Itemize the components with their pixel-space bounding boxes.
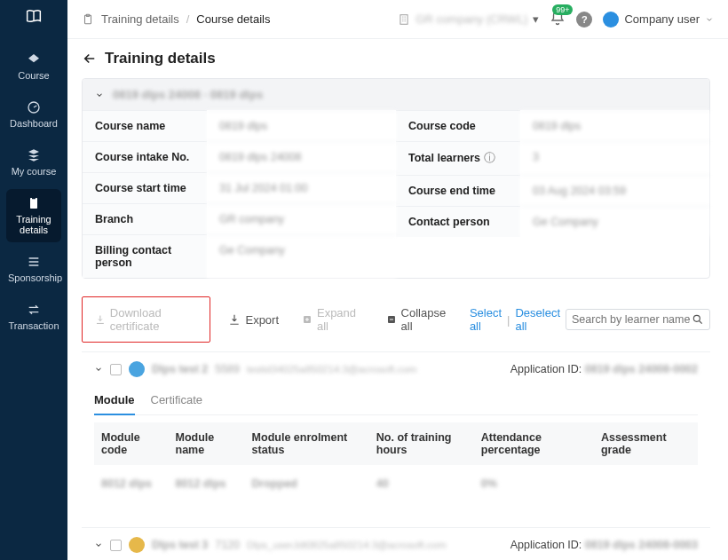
download-label: Download certificate: [110, 306, 198, 333]
search-icon: [692, 313, 704, 326]
breadcrumb-parent[interactable]: Training details: [101, 12, 179, 26]
cell-attend: 0%: [474, 465, 594, 502]
summary-title: 0819 dlps 24008 · 0819 dlps: [113, 88, 263, 101]
search-input[interactable]: [572, 313, 692, 326]
expand-all-button[interactable]: Expand all: [297, 303, 368, 336]
learner-row: Dlps test 3 7120 Dlps_userJdt0825a850214…: [82, 527, 710, 560]
caret-down-icon: ▾: [533, 12, 539, 26]
nav-label: Transaction: [8, 320, 59, 331]
cell-name: 8012 dlps: [169, 465, 245, 502]
topbar: Training details / Course details GR com…: [67, 0, 728, 39]
nav-course[interactable]: Course: [6, 45, 61, 88]
lbl-end: Course end time: [396, 175, 520, 206]
nav-transaction[interactable]: Transaction: [6, 296, 61, 338]
application-id: Application ID: 0819 dlps 24008-0003: [510, 539, 698, 551]
val-contact: Ge Company: [520, 206, 709, 237]
export-icon: [228, 313, 241, 326]
lbl-course-name: Course name: [83, 110, 207, 141]
notifications-button[interactable]: 99+: [550, 10, 566, 28]
learner-checkbox[interactable]: [110, 364, 122, 375]
tab-module[interactable]: Module: [94, 390, 135, 415]
avatar: [129, 361, 145, 377]
deselect-all-link[interactable]: Deselect all: [515, 306, 560, 333]
nav-training-details[interactable]: Training details: [6, 189, 61, 242]
app-logo: [24, 7, 44, 29]
select-all-link[interactable]: Select all: [470, 306, 502, 333]
breadcrumb-sep: /: [186, 12, 190, 26]
notification-badge: 99+: [552, 4, 573, 15]
col-training-hours: No. of training hours: [369, 422, 474, 465]
val-intake: 0819 dlps 24008: [207, 141, 396, 172]
chevron-down-icon: [705, 15, 714, 24]
avatar: [603, 12, 619, 28]
val-course-name: 0819 dlps: [207, 110, 396, 141]
nav-dashboard[interactable]: Dashboard: [6, 93, 61, 136]
avatar: [129, 537, 145, 553]
val-start: 31 Jul 2024 01:00: [207, 172, 396, 203]
download-certificate-button[interactable]: Download certificate: [90, 303, 202, 336]
export-button[interactable]: Export: [223, 310, 284, 330]
summary-header[interactable]: 0819 dlps 24008 · 0819 dlps: [83, 79, 709, 110]
nav-label: Course: [18, 70, 49, 81]
svg-point-8: [693, 315, 700, 321]
lbl-contact: Contact person: [396, 206, 520, 237]
search-box[interactable]: [566, 309, 710, 330]
svg-rect-2: [32, 197, 36, 200]
chevron-down-icon[interactable]: [94, 540, 103, 549]
cell-grade: [594, 465, 698, 502]
back-arrow-icon[interactable]: [82, 51, 98, 67]
val-end: 03 Aug 2024 03:59: [520, 175, 709, 206]
learner-email: testid34025a850214:3@acrosoft.com: [247, 364, 416, 375]
clipboard-icon: [82, 13, 94, 26]
cell-hours: 40: [369, 465, 474, 502]
col-grade: Assessment grade: [594, 422, 698, 465]
lbl-billing: Billing contact person: [83, 234, 207, 278]
help-button[interactable]: ?: [576, 12, 592, 28]
learner-checkbox[interactable]: [110, 540, 122, 551]
toolbar: Download certificate Export Expand all C…: [82, 291, 710, 351]
nav-sponsorship[interactable]: Sponsorship: [6, 248, 61, 290]
company-name: GR company (CRWL): [415, 12, 527, 26]
learner-name: Dlps test 3: [152, 539, 208, 551]
col-module-code: Module code: [94, 422, 169, 465]
col-attendance: Attendance percentage: [474, 422, 594, 465]
info-icon[interactable]: ⓘ: [484, 152, 495, 164]
nav-label: Sponsorship: [8, 272, 62, 283]
company-selector[interactable]: GR company (CRWL) ▾: [398, 12, 539, 26]
nav-label: Dashboard: [10, 118, 58, 129]
course-summary-card: 0819 dlps 24008 · 0819 dlps Course name0…: [82, 78, 710, 279]
nav-my-course[interactable]: My course: [6, 141, 61, 184]
page-title-text: Training details: [105, 50, 216, 67]
val-branch: GR company: [207, 203, 396, 234]
learner-tabs: Module Certificate: [94, 390, 698, 415]
export-label: Export: [245, 313, 279, 327]
user-menu[interactable]: Company user: [603, 12, 714, 28]
tab-certificate[interactable]: Certificate: [151, 390, 203, 414]
learner-code: 7120: [215, 539, 240, 551]
lbl-start: Course start time: [83, 172, 207, 203]
application-id: Application ID: 0819 dlps 24008-0002: [510, 363, 698, 375]
cell-code: 8012 dlps: [94, 465, 169, 502]
cell-status: Dropped: [245, 465, 369, 502]
collapse-all-button[interactable]: Collapse all: [381, 303, 457, 336]
nav-label: Training details: [16, 214, 51, 235]
lbl-intake: Course intake No.: [83, 141, 207, 172]
col-module-status: Module enrolment status: [245, 422, 369, 465]
learner-row: Dlps test 2 5589 testid34025a850214:3@ac…: [82, 351, 710, 518]
chevron-down-icon: [95, 91, 104, 99]
learner-email: Dlps_userJdt0825a850214:3@acrosoft.com: [247, 540, 447, 550]
lbl-total: Total learners ⓘ: [396, 141, 520, 175]
col-module-name: Module name: [169, 422, 245, 465]
learner-code: 5589: [215, 363, 240, 375]
val-total: 3: [520, 141, 709, 175]
learner-name: Dlps test 2: [152, 363, 208, 375]
download-icon: [95, 313, 106, 326]
module-table: Module code Module name Module enrolment…: [94, 422, 698, 502]
user-name: Company user: [624, 12, 700, 26]
breadcrumb: Training details / Course details: [82, 12, 270, 26]
chevron-down-icon[interactable]: [94, 365, 103, 374]
svg-rect-1: [30, 198, 37, 209]
val-code: 0819 dlps: [520, 110, 709, 141]
breadcrumb-current: Course details: [196, 12, 270, 26]
sidebar: Course Dashboard My course Training deta…: [0, 0, 67, 560]
